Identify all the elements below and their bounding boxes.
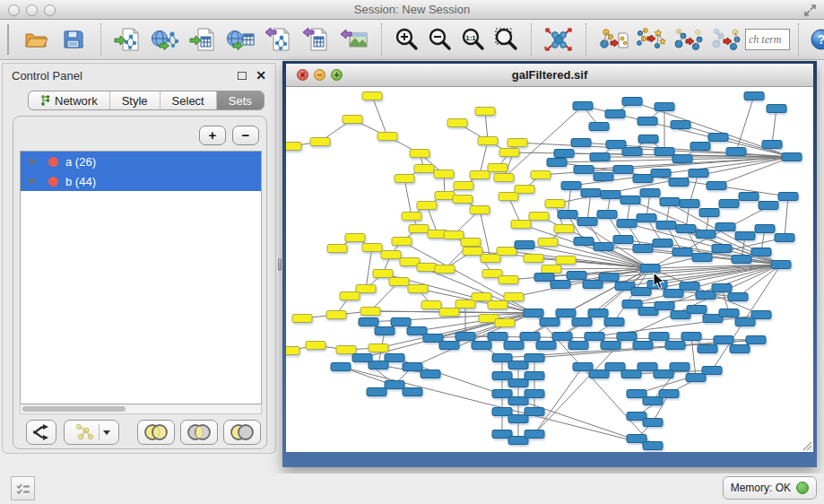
graph-node[interactable] (744, 92, 764, 100)
graph-edge[interactable] (785, 196, 788, 238)
graph-node[interactable] (759, 202, 778, 210)
graph-node[interactable] (696, 291, 716, 300)
graph-node[interactable] (536, 342, 556, 350)
network-close-button[interactable]: × (297, 69, 308, 81)
graph-node-selected[interactable] (488, 301, 507, 309)
graph-node-selected[interactable] (395, 175, 414, 183)
graph-node[interactable] (728, 293, 748, 301)
graph-node-selected[interactable] (343, 116, 362, 124)
graph-node[interactable] (655, 302, 674, 310)
graph-edge[interactable] (551, 268, 650, 269)
network-canvas[interactable] (286, 87, 813, 452)
graph-node[interactable] (573, 102, 593, 110)
graph-node[interactable] (637, 214, 656, 222)
graph-node[interactable] (583, 281, 603, 289)
tab-style[interactable]: Style (110, 91, 160, 109)
graph-node[interactable] (681, 333, 701, 341)
graph-node-selected[interactable] (310, 138, 330, 146)
graph-node-selected[interactable] (556, 256, 576, 265)
graph-node[interactable] (762, 141, 782, 149)
sets-horizontal-scrollbar[interactable] (20, 405, 262, 414)
graph-node-selected[interactable] (410, 150, 429, 158)
graph-node[interactable] (771, 261, 791, 269)
tab-network[interactable]: Network (29, 91, 110, 109)
graph-node[interactable] (643, 419, 663, 427)
graph-node[interactable] (599, 274, 619, 282)
graph-node[interactable] (775, 234, 794, 242)
zoom-in-button[interactable] (390, 22, 423, 56)
graph-node[interactable] (439, 342, 459, 350)
graph-node[interactable] (680, 282, 699, 291)
window-close-button[interactable] (8, 4, 20, 16)
graph-node-selected[interactable] (369, 344, 388, 352)
graph-node[interactable] (552, 333, 572, 341)
graph-node[interactable] (604, 318, 624, 326)
graph-node-selected[interactable] (408, 285, 428, 293)
graph-node[interactable] (767, 105, 786, 113)
search-input[interactable] (745, 29, 790, 50)
graph-node-selected[interactable] (499, 149, 519, 157)
graph-node-selected[interactable] (435, 192, 455, 200)
graph-node[interactable] (654, 370, 673, 378)
graph-node[interactable] (508, 397, 528, 405)
graph-node[interactable] (622, 148, 642, 156)
graph-node[interactable] (508, 361, 528, 369)
graph-node[interactable] (594, 173, 613, 181)
graph-node[interactable] (551, 281, 570, 289)
graph-node-selected[interactable] (356, 285, 376, 293)
graph-node[interactable] (524, 309, 543, 317)
graph-node[interactable] (751, 311, 771, 319)
graph-node-selected[interactable] (381, 251, 401, 259)
graph-node[interactable] (686, 374, 706, 382)
graph-node-selected[interactable] (417, 264, 437, 272)
graph-node[interactable] (659, 390, 679, 398)
float-panel-icon[interactable] (238, 72, 247, 80)
graph-node[interactable] (627, 435, 646, 443)
graph-node-selected[interactable] (504, 293, 524, 301)
graph-node-selected[interactable] (497, 248, 516, 256)
graph-node[interactable] (573, 363, 593, 371)
graph-node-selected[interactable] (495, 319, 515, 327)
graph-node-selected[interactable] (306, 342, 325, 350)
graph-node-selected[interactable] (470, 206, 490, 214)
task-monitor-button[interactable] (11, 476, 35, 500)
graph-node[interactable] (621, 370, 641, 378)
graph-node[interactable] (613, 236, 633, 244)
graph-node-selected[interactable] (499, 276, 518, 284)
graph-node[interactable] (577, 218, 597, 226)
split-sets-button[interactable] (26, 420, 56, 445)
graph-node-selected[interactable] (373, 270, 393, 278)
graph-node[interactable] (540, 318, 559, 326)
graph-node[interactable] (692, 254, 712, 262)
graph-node-selected[interactable] (409, 225, 429, 233)
graph-node[interactable] (585, 333, 604, 341)
graph-edge[interactable] (504, 143, 517, 178)
memory-status-button[interactable]: Memory: OK (723, 476, 817, 500)
export-table-button[interactable] (298, 22, 335, 56)
graph-node[interactable] (492, 372, 512, 380)
splitter-handle[interactable] (278, 258, 282, 271)
graph-node-selected[interactable] (392, 238, 412, 246)
graph-node[interactable] (707, 182, 726, 190)
zoom-fit-selected-button[interactable] (490, 22, 523, 56)
graph-node[interactable] (558, 211, 577, 219)
graph-node[interactable] (633, 245, 653, 253)
graph-node[interactable] (732, 256, 751, 264)
graph-node-selected[interactable] (455, 300, 475, 308)
graph-node[interactable] (520, 333, 540, 341)
graph-node-selected[interactable] (463, 248, 482, 256)
graph-node[interactable] (739, 193, 759, 201)
fullscreen-icon[interactable] (803, 4, 817, 17)
import-table-from-file-button[interactable] (185, 22, 222, 56)
graph-node[interactable] (746, 336, 766, 344)
graph-node-selected[interactable] (481, 255, 500, 263)
graph-node[interactable] (665, 342, 685, 350)
graph-node[interactable] (601, 342, 620, 350)
graph-node[interactable] (601, 191, 620, 199)
graph-node[interactable] (525, 372, 544, 380)
graph-node[interactable] (712, 245, 732, 253)
new-network-from-selection-button[interactable] (594, 22, 632, 56)
network-graph[interactable] (286, 87, 813, 452)
set-row-a[interactable]: a (26) (21, 152, 261, 171)
graph-node[interactable] (643, 442, 663, 450)
